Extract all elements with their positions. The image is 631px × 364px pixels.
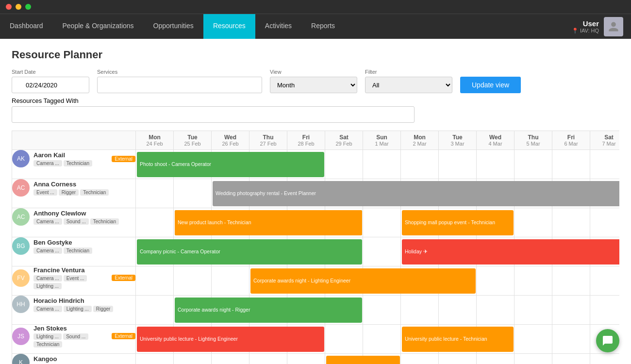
resource-cell-4: FVFrancine VenturaCamera ...Event ...Lig… [12,266,136,296]
view-select[interactable]: MonthWeekDay [270,77,357,93]
col-header-27-Feb: Thu27 Feb [249,131,287,150]
resource-tag: Lighting ... [33,283,62,289]
day-cell [287,354,325,364]
calendar-event[interactable]: New product launch - Technician [175,210,362,235]
day-cell [363,150,401,179]
filter-select[interactable]: AllExternalInternal [365,77,452,93]
resources-tagged-row: Resources Tagged With [12,97,619,123]
resource-cell-5: HHHoracio HindrichCamera ...Lighting ...… [12,296,136,325]
page-content: Resource Planner Start Date Services Vie… [0,39,631,364]
update-view-button[interactable]: Update view [460,77,521,93]
close-dot[interactable] [6,4,12,10]
calendar-event[interactable]: Corporate awards night - Rigger [175,298,362,323]
col-header-28-Feb: Fri28 Feb [287,131,325,150]
day-cell [590,208,620,237]
day-cell: Company picnic - Camera Operator [136,237,174,266]
resource-tag: Rigger [59,189,79,196]
day-cell [515,266,552,296]
col-header-26-Feb: Wed26 Feb [212,131,249,150]
day-cell: Photo shoot - Camera Operator [136,150,174,179]
day-cell [477,266,515,296]
filter-label: Filter [365,69,452,75]
calendar-event[interactable]: Photo shoot - Camera Operator [137,152,324,177]
calendar-event[interactable]: Holiday ✈ [402,239,619,265]
calendar-wrapper: Mon24 FebTue25 FebWed26 FebThu27 FebFri2… [12,131,619,364]
view-label: View [270,69,357,75]
external-badge: External [112,333,135,339]
col-header-5-Mar: Thu5 Mar [515,131,552,150]
resource-tag: Technician [80,189,109,196]
fullscreen-dot[interactable] [25,4,31,10]
day-cell: University public lecture - Technician [401,325,439,354]
nav-activities[interactable]: Activities [255,14,301,39]
calendar-table: Mon24 FebTue25 FebWed26 FebThu27 FebFri2… [12,131,619,364]
resource-tag: Rigger [93,306,113,312]
calendar-event[interactable]: Wedding photography rental - Event Plann… [213,181,619,206]
user-name: User [572,19,599,28]
day-cell [363,296,401,325]
start-date-label: Start Date [12,69,89,75]
day-cell [515,150,552,179]
col-header-7-Mar: Sat7 Mar [590,131,620,150]
nav-opportunities[interactable]: Opportunities [144,14,203,39]
col-header-3-Mar: Tue3 Mar [439,131,477,150]
user-area: User 📍 IAV: HQ [564,14,631,39]
resource-name: Francine Ventura [33,266,108,274]
day-cell [363,208,401,237]
table-row: JSJen StokesLighting ...Sound ...Technic… [12,325,620,354]
nav-dashboard[interactable]: Dashboard [0,14,53,39]
day-cell [552,266,590,296]
start-date-input[interactable] [12,77,89,93]
day-cell [212,266,249,296]
external-badge: External [112,275,135,281]
resource-name: Jen Stokes [33,325,108,332]
nav-reports[interactable]: Reports [301,14,345,39]
table-row: HHHoracio HindrichCamera ...Lighting ...… [12,296,620,325]
minimize-dot[interactable] [16,4,21,10]
table-row: KKangooTransportPhoto shoot - Transport [12,354,620,364]
day-cell [136,354,174,364]
resource-tag: Camera ... [33,306,62,312]
navbar: Dashboard People & Organizations Opportu… [0,14,631,39]
calendar-event[interactable]: Photo shoot - Transport [326,356,400,364]
titlebar [0,0,631,14]
start-date-group: Start Date [12,69,89,93]
day-cell: Corporate awards night - Lighting Engine… [249,266,287,296]
resource-avatar: AK [12,150,30,167]
resource-tag: Camera ... [33,275,62,281]
resources-tagged-input[interactable] [12,106,415,123]
resource-avatar: BG [12,237,30,255]
calendar-event[interactable]: Corporate awards night - Lighting Engine… [250,268,476,294]
day-cell [401,296,439,325]
resource-avatar: AC [12,208,30,226]
resource-avatar: AC [12,179,30,197]
chat-button[interactable] [596,329,619,352]
filters-row: Start Date Services View MonthWeekDay Fi… [12,69,619,93]
col-header-2-Mar: Mon2 Mar [401,131,439,150]
day-cell [136,179,174,208]
nav-resources[interactable]: Resources [203,14,255,39]
day-cell [363,325,401,354]
resource-tag: Technician [33,341,62,347]
calendar-event[interactable]: University public lecture - Technician [402,327,514,352]
resource-tag: Lighting ... [64,306,92,312]
day-cell [552,325,590,354]
services-input[interactable] [97,77,262,93]
resource-cell-3: BGBen GostykeCamera ...Technician [12,237,136,266]
external-badge: External [112,156,135,162]
col-header-29-Feb: Sat29 Feb [325,131,363,150]
resource-tag: Technician [90,218,119,225]
resource-cell-0: AKAaron KailCamera ...TechnicianExternal [12,150,136,179]
calendar-event[interactable]: University public lecture - Lighting Eng… [137,327,324,352]
day-cell [174,266,212,296]
day-cell [477,150,515,179]
day-cell [439,150,477,179]
day-cell [212,354,249,364]
day-cell [515,208,552,237]
services-group: Services [97,69,262,93]
calendar-event[interactable]: Company picnic - Camera Operator [137,239,362,265]
table-row: ACAnna CornessEvent ...RiggerTechnicianW… [12,179,620,208]
resource-header [12,131,136,150]
calendar-event[interactable]: Shopping mall popup event - Technician [402,210,514,235]
nav-people[interactable]: People & Organizations [53,14,144,39]
